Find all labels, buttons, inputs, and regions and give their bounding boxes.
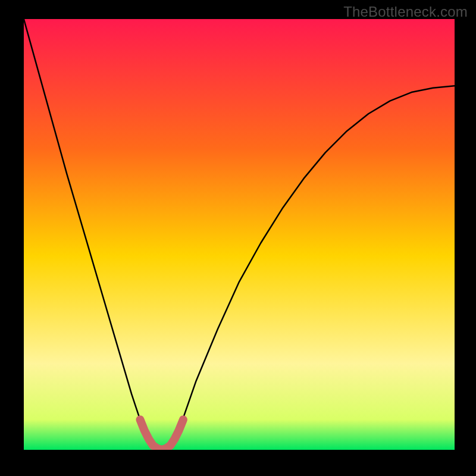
gradient-background	[24, 19, 455, 450]
plot-area	[24, 19, 455, 450]
watermark-text: TheBottleneck.com	[343, 4, 468, 20]
chart-frame: TheBottleneck.com	[0, 0, 476, 476]
chart-svg	[24, 19, 455, 450]
